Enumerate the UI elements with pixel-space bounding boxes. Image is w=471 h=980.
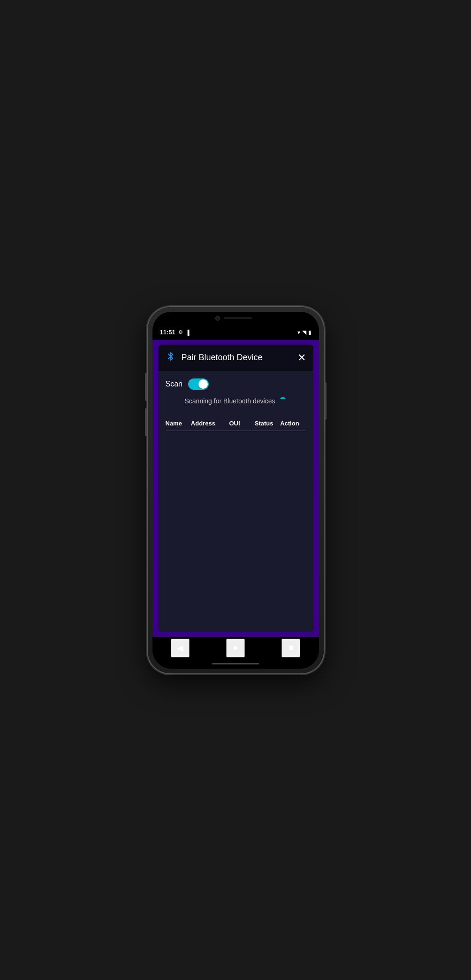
dialog-header-left: Pair Bluetooth Device xyxy=(166,351,263,364)
scan-label: Scan xyxy=(166,380,182,388)
col-header-name: Name xyxy=(166,420,191,427)
col-header-oui: OUI xyxy=(229,420,254,427)
bottom-home-bar xyxy=(152,659,319,669)
signal-icon: ◥ xyxy=(302,329,306,336)
camera-lens xyxy=(215,316,220,321)
scan-row: Scan xyxy=(166,378,306,390)
status-time: 11:51 xyxy=(160,329,175,336)
back-button[interactable]: ◀ xyxy=(171,639,190,657)
status-bar: 11:51 ⚙ ▐ ▾ ◥ ▮ xyxy=(152,325,319,340)
close-button[interactable]: ✕ xyxy=(297,353,306,363)
settings-status-icon: ⚙ xyxy=(178,329,183,335)
scanning-row: Scanning for Bluetooth devices xyxy=(166,395,306,407)
scanning-text: Scanning for Bluetooth devices xyxy=(184,397,275,405)
table-header: Name Address OUI Status Action xyxy=(166,416,306,431)
status-bar-right: ▾ ◥ ▮ xyxy=(297,329,311,336)
dialog-body: Scan Scanning for Bluetooth devices Name… xyxy=(158,371,313,632)
home-button[interactable]: ● xyxy=(226,639,245,657)
phone-screen: 11:51 ⚙ ▐ ▾ ◥ ▮ xyxy=(152,312,319,669)
phone-device: 11:51 ⚙ ▐ ▾ ◥ ▮ xyxy=(148,307,324,673)
col-header-status: Status xyxy=(255,420,280,427)
bluetooth-icon xyxy=(166,351,176,364)
scan-toggle[interactable] xyxy=(188,378,209,390)
col-header-address: Address xyxy=(191,420,229,427)
top-bar xyxy=(152,312,319,325)
toggle-thumb xyxy=(198,379,208,389)
home-bar-indicator xyxy=(212,663,259,664)
app-background: Pair Bluetooth Device ✕ Scan xyxy=(152,340,319,637)
bottom-nav: ◀ ● ■ xyxy=(152,637,319,659)
speaker-grille xyxy=(224,317,252,319)
wifi-icon: ▾ xyxy=(297,329,300,336)
battery-icon: ▮ xyxy=(308,329,311,336)
dialog-title: Pair Bluetooth Device xyxy=(182,353,263,363)
pair-bluetooth-dialog: Pair Bluetooth Device ✕ Scan xyxy=(158,345,313,632)
recents-button[interactable]: ■ xyxy=(281,639,300,657)
col-header-action: Action xyxy=(280,420,305,427)
dialog-header: Pair Bluetooth Device ✕ xyxy=(158,345,313,371)
status-bar-left: 11:51 ⚙ ▐ xyxy=(160,329,190,336)
scanning-spinner xyxy=(279,397,287,405)
sim-status-icon: ▐ xyxy=(186,330,190,335)
